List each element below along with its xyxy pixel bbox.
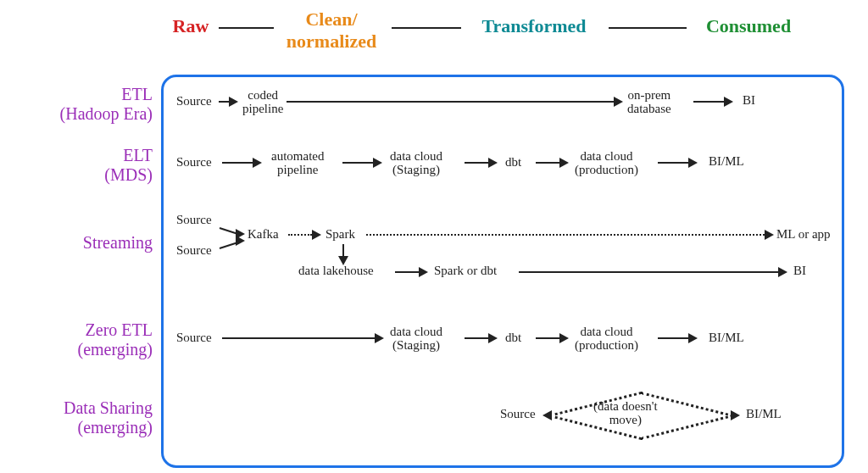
arrow-dotted [366,234,765,236]
arrow [519,271,778,273]
arrow [342,162,373,164]
arrow-head-icon [375,333,384,343]
etl-coded-pipeline: coded pipeline [242,89,283,116]
etl-source: Source [176,95,212,109]
zero-stage: data cloud (Staging) [390,326,442,353]
arrow [222,162,253,164]
header-transformed: Transformed [466,15,602,37]
arrow-head-icon [253,158,262,168]
arrow [222,337,375,339]
stream-kafka: Kafka [248,228,279,242]
stream-spark: Spark [326,228,355,242]
arrow-head-icon [688,158,698,168]
arrow [658,162,688,164]
share-source: Source [500,408,536,421]
elt-bi: BI/ML [709,155,744,169]
zero-source: Source [176,331,212,345]
stream-bi: BI [793,264,806,278]
row-label-share: Data Sharing (emerging) [25,398,153,437]
arrow-head-icon [724,97,733,107]
elt-stage: data cloud (Staging) [390,150,442,177]
elt-prod: data cloud (production) [575,150,638,177]
arrow [658,337,688,339]
arrow [287,101,614,103]
arrow-head-icon [419,267,428,277]
arrow-head-icon [765,230,774,240]
elt-automated-pipeline: automated pipeline [271,150,324,177]
header-raw: Raw [165,15,216,37]
arrow-head-icon [488,158,498,168]
elt-source: Source [176,156,212,170]
row-label-elt: ELT (MDS) [25,146,153,185]
row-label-etl: ETL (Hadoop Era) [25,85,153,124]
zero-dbt: dbt [505,331,521,345]
arrow-head-icon [229,97,238,107]
row-label-stream: Streaming [25,233,153,253]
header-line [392,27,461,29]
stream-lakehouse: data lakehouse [298,264,374,278]
arrow [536,162,559,164]
arrow-head-icon [542,410,552,420]
arrow-head-icon [559,158,569,168]
arrow-head-icon [688,333,698,343]
zero-prod: data cloud (production) [575,326,638,353]
arrow-head-icon [731,410,740,420]
arrow-head-icon [488,333,498,343]
arrow-head-icon [236,236,245,246]
stream-source-1: Source [176,214,212,227]
etl-onprem-db: on-prem database [627,89,671,116]
header-clean: Clean/ normalized [276,8,387,53]
arrow-head-icon [559,333,569,343]
arrow-head-icon [614,97,623,107]
header-consumed: Consumed [693,15,804,37]
arrow [465,162,488,164]
arrow-head-icon [312,230,321,240]
row-label-zero: Zero ETL (emerging) [25,320,153,359]
stream-spark-or-dbt: Spark or dbt [434,264,497,278]
header-line [609,27,687,29]
arrow-head-icon [373,158,382,168]
arrow [395,271,419,273]
etl-bi: BI [743,94,755,108]
arrow [219,101,229,103]
arrow [693,101,724,103]
stream-ml: ML or app [776,228,831,242]
arrow [536,337,559,339]
arrow [342,244,344,256]
elt-dbt: dbt [505,156,521,170]
arrow-dotted [288,234,312,236]
header-line [219,27,274,29]
share-bi: BI/ML [746,408,782,421]
arrow [465,337,488,339]
stream-source-2: Source [176,244,212,258]
share-note: (data doesn't move) [593,400,658,427]
zero-bi: BI/ML [709,331,744,345]
arrow-head-icon [778,267,787,277]
